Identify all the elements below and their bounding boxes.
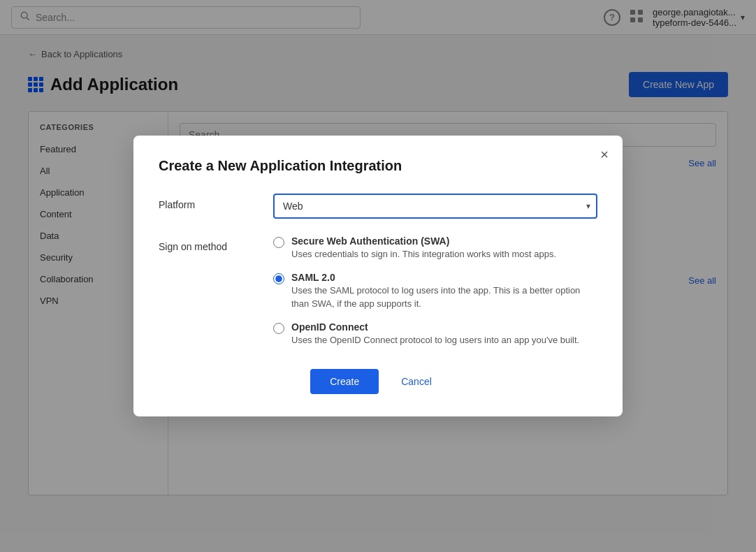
radio-option-oidc: OpenID Connect Uses the OpenID Connect p… [273,321,597,347]
modal-close-button[interactable]: × [600,147,609,163]
platform-select-wrapper: Web Mobile Desktop ▾ [273,194,597,219]
radio-option-swa: Secure Web Authentication (SWA) Uses cre… [273,235,597,261]
radio-group: Secure Web Authentication (SWA) Uses cre… [273,235,597,347]
radio-saml-content: SAML 2.0 Uses the SAML protocol to log u… [291,272,597,310]
modal-create-button[interactable]: Create [310,369,379,394]
radio-oidc-content: OpenID Connect Uses the OpenID Connect p… [291,321,579,347]
radio-swa-content: Secure Web Authentication (SWA) Uses cre… [291,235,556,261]
modal-cancel-button[interactable]: Cancel [387,369,446,394]
sign-on-control: Secure Web Authentication (SWA) Uses cre… [273,235,597,347]
radio-saml-desc: Uses the SAML protocol to log users into… [291,284,597,310]
radio-saml-label: SAML 2.0 [291,272,597,283]
platform-select[interactable]: Web Mobile Desktop [273,194,597,219]
sign-on-label: Sign on method [159,235,256,252]
radio-swa-label: Secure Web Authentication (SWA) [291,235,556,247]
radio-oidc-desc: Uses the OpenID Connect protocol to log … [291,334,579,347]
platform-label: Platform [159,194,256,210]
modal-footer: Create Cancel [159,369,597,394]
radio-oidc[interactable] [273,323,284,334]
radio-oidc-label: OpenID Connect [291,321,579,333]
radio-saml[interactable] [273,273,284,284]
modal-title: Create a New Application Integration [159,158,597,174]
platform-control: Web Mobile Desktop ▾ [273,194,597,219]
sign-on-row: Sign on method Secure Web Authentication… [159,235,597,347]
modal-overlay: × Create a New Application Integration P… [0,0,756,552]
radio-swa-desc: Uses credentials to sign in. This integr… [291,248,556,261]
radio-swa[interactable] [273,237,284,248]
platform-row: Platform Web Mobile Desktop ▾ [159,194,597,219]
modal: × Create a New Application Integration P… [133,136,623,416]
radio-option-saml: SAML 2.0 Uses the SAML protocol to log u… [273,272,597,310]
